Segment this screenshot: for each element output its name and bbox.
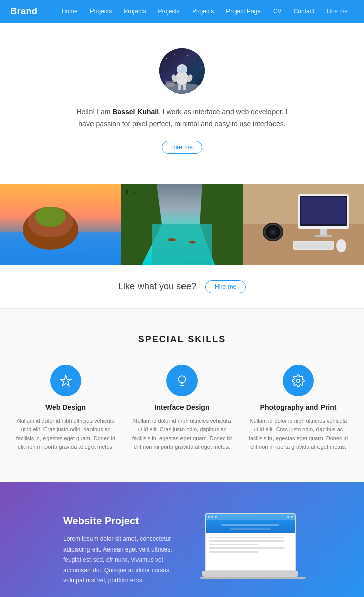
skills-section: SPECIAL SKILLS Web Design Nullam id dolo… bbox=[0, 309, 364, 482]
nav-contact[interactable]: Contact bbox=[288, 0, 321, 23]
hero-bio: Hello! I am Bassel Kuhail. I work as int… bbox=[73, 106, 291, 130]
svg-point-9 bbox=[178, 66, 186, 73]
island-image bbox=[0, 184, 121, 265]
svg-point-33 bbox=[132, 186, 138, 191]
screen-hero-text bbox=[221, 524, 280, 526]
svg-point-5 bbox=[164, 65, 165, 66]
nav-dot-5 bbox=[291, 516, 293, 518]
brand-logo[interactable]: Brand bbox=[10, 6, 38, 17]
screen-line-5 bbox=[209, 551, 258, 553]
bio-name: Bassel Kuhail bbox=[112, 108, 159, 116]
screen-sub-text bbox=[230, 528, 271, 530]
interface-desc: Nullam id dolor id nibh ultricies vehicu… bbox=[131, 417, 233, 452]
skill-card-interface: Interface Design Nullam id dolor id nibh… bbox=[131, 365, 233, 452]
svg-rect-41 bbox=[315, 235, 332, 237]
svg-rect-43 bbox=[294, 242, 333, 249]
svg-point-0 bbox=[166, 58, 167, 59]
laptop-base bbox=[202, 571, 298, 577]
skills-title: SPECIAL SKILLS bbox=[10, 334, 354, 345]
laptop-screen bbox=[205, 513, 296, 571]
svg-point-49 bbox=[271, 230, 275, 234]
portfolio-item-bay[interactable] bbox=[121, 184, 243, 265]
svg-point-1 bbox=[174, 54, 175, 55]
svg-point-17 bbox=[172, 86, 175, 89]
photography-title: Photography and Print bbox=[248, 403, 349, 411]
nav-links: Home Projects Projects Projects Projects… bbox=[56, 0, 354, 23]
svg-point-2 bbox=[187, 55, 188, 56]
svg-point-16 bbox=[165, 86, 168, 89]
astronaut-illustration bbox=[159, 48, 205, 94]
svg-point-4 bbox=[199, 54, 200, 55]
nav-projects-2[interactable]: Projects bbox=[118, 0, 152, 23]
project-desc: Lorem ipsum dolor sit amet, consectetur … bbox=[63, 534, 185, 585]
svg-rect-14 bbox=[183, 84, 186, 90]
svg-point-28 bbox=[168, 238, 176, 241]
laptop-mockup bbox=[200, 513, 301, 588]
star-icon bbox=[59, 374, 72, 387]
portfolio-item-island[interactable] bbox=[0, 184, 121, 265]
svg-point-3 bbox=[194, 60, 195, 61]
svg-point-23 bbox=[35, 207, 66, 227]
portfolio-grid bbox=[0, 184, 364, 265]
nav-projects-4[interactable]: Projects bbox=[186, 0, 220, 23]
interface-icon-circle bbox=[166, 365, 198, 396]
nav-project-page[interactable]: Project Page bbox=[220, 0, 267, 23]
nav-dot-1 bbox=[208, 516, 210, 518]
portfolio-item-desktop[interactable] bbox=[243, 184, 364, 265]
project-title: Website Project bbox=[63, 515, 185, 527]
svg-point-29 bbox=[189, 241, 196, 243]
nav-home[interactable]: Home bbox=[56, 0, 84, 23]
web-design-desc: Nullam id dolor id nibh ultricies vehicu… bbox=[15, 417, 116, 452]
svg-point-52 bbox=[297, 379, 300, 382]
laptop-foot bbox=[200, 577, 306, 579]
navbar: Brand Home Projects Projects Projects Pr… bbox=[0, 0, 364, 23]
desktop-image bbox=[243, 184, 364, 265]
svg-rect-39 bbox=[301, 197, 346, 224]
nav-dot-2 bbox=[211, 516, 213, 518]
avatar bbox=[159, 48, 205, 94]
skill-card-web-design: Web Design Nullam id dolor id nibh ultri… bbox=[15, 365, 116, 452]
nav-projects-1[interactable]: Projects bbox=[84, 0, 118, 23]
photography-icon-circle bbox=[283, 365, 314, 396]
interface-title: Interface Design bbox=[131, 403, 233, 411]
bay-image bbox=[121, 184, 243, 265]
web-design-title: Web Design bbox=[15, 403, 116, 411]
project-section: Website Project Lorem ipsum dolor sit am… bbox=[0, 482, 364, 597]
screen-nav bbox=[206, 514, 295, 520]
nav-dot-3 bbox=[215, 516, 217, 518]
gear-icon bbox=[292, 374, 305, 387]
screen-content bbox=[206, 514, 295, 570]
cta-hire-button[interactable]: Hire me bbox=[205, 280, 246, 293]
project-text: Website Project Lorem ipsum dolor sit am… bbox=[63, 515, 185, 585]
hero-hire-button[interactable]: Hire me bbox=[162, 141, 202, 154]
svg-rect-13 bbox=[178, 84, 181, 90]
hero-section: Hello! I am Bassel Kuhail. I work as int… bbox=[0, 23, 364, 174]
screen-line-2 bbox=[209, 540, 284, 542]
svg-rect-27 bbox=[152, 224, 212, 265]
svg-rect-18 bbox=[166, 81, 174, 84]
bulb-icon bbox=[175, 374, 189, 387]
screen-white-area bbox=[206, 533, 295, 566]
svg-point-10 bbox=[179, 67, 181, 70]
nav-cv[interactable]: CV bbox=[267, 0, 288, 23]
nav-projects-3[interactable]: Projects bbox=[152, 0, 186, 23]
web-design-icon-circle bbox=[50, 365, 81, 396]
screen-line-1 bbox=[209, 537, 284, 538]
skill-card-photography: Photography and Print Nullam id dolor id… bbox=[248, 365, 349, 452]
avatar-image bbox=[159, 48, 205, 94]
screen-body bbox=[206, 520, 295, 533]
cta-text: Like what you see? bbox=[118, 281, 196, 292]
screen-line-4 bbox=[209, 547, 284, 549]
bio-prefix: Hello! I am bbox=[76, 108, 112, 116]
skills-grid: Web Design Nullam id dolor id nibh ultri… bbox=[10, 365, 354, 452]
photography-desc: Nullam id dolor id nibh ultricies vehicu… bbox=[248, 417, 349, 452]
nav-hire[interactable]: Hire me bbox=[321, 0, 354, 23]
screen-line-3 bbox=[209, 544, 258, 545]
nav-dot-4 bbox=[287, 516, 289, 518]
cta-section: Like what you see? Hire me bbox=[0, 265, 364, 308]
